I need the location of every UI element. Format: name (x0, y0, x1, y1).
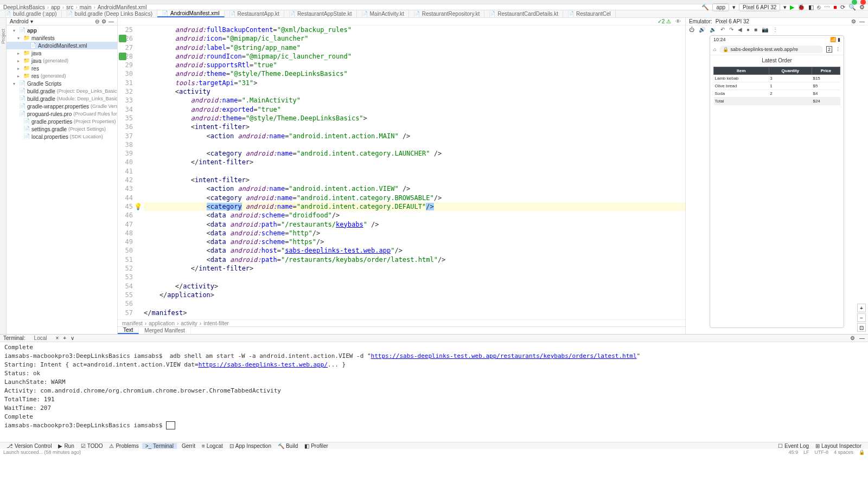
editor-tab[interactable]: 📄RestaurantAppState.kt (284, 10, 357, 17)
tree-item[interactable]: 📄gradle.properties (Project Properties) (7, 118, 117, 125)
tool-window-button[interactable]: ☐Event Log (775, 443, 812, 449)
breadcrumb-item[interactable]: DeepLinksBasics (3, 4, 45, 10)
emulator-screen[interactable]: 10:24 📶 ▮ ⌂ 🔒sabs-deeplinks-test.web.app… (710, 35, 844, 328)
reader-mode-icon[interactable]: 👁 (675, 18, 681, 24)
browser-home-icon[interactable]: ⌂ (713, 47, 716, 52)
more-icon[interactable]: ⋮ (773, 27, 778, 33)
hammer-icon[interactable]: 🔨 (701, 4, 709, 11)
hide-icon[interactable]: — (108, 18, 114, 24)
tool-window-button[interactable]: ≡Logcat (199, 443, 226, 449)
search-icon[interactable]: 🔍 (848, 4, 856, 11)
tree-item[interactable]: 📄settings.gradle (Project Settings) (7, 125, 117, 133)
settings-icon[interactable]: ⚙ (859, 4, 865, 11)
run-icon[interactable]: ▶ (790, 4, 794, 11)
tool-window-button[interactable]: ⚠Problems (106, 443, 142, 449)
collapse-icon[interactable]: ⊖ (95, 18, 99, 24)
editor-subtab[interactable]: Merged Manifest (139, 327, 190, 334)
device-select[interactable]: Pixel 6 API 32 (739, 3, 780, 11)
status-indicator[interactable]: UTF-8 (814, 450, 828, 455)
profiler-icon[interactable]: ◧ (808, 4, 814, 11)
rotate-left-icon[interactable]: ↶ (720, 27, 725, 33)
chevron-down-icon[interactable]: ∨ (71, 335, 74, 341)
breadcrumb-item[interactable]: main (80, 4, 92, 10)
tree-item[interactable]: 📄AndroidManifest.xml (7, 42, 117, 49)
emulator-device[interactable]: Pixel 6 API 32 (716, 18, 749, 24)
breadcrumb-item[interactable]: app (51, 4, 60, 10)
terminal-tab[interactable]: Local (30, 335, 52, 341)
chevron-down-icon[interactable]: ▾ (732, 4, 736, 11)
tree-item[interactable]: ▾📁manifests (7, 34, 117, 42)
editor-tab[interactable]: 📄RestaurantCel (563, 10, 616, 17)
tree-item[interactable]: ▾📄Gradle Scripts (7, 80, 117, 87)
volume-down-icon[interactable]: 🔉 (710, 27, 716, 33)
browser-url[interactable]: sabs-deeplinks-test.web.app/re (730, 47, 798, 52)
tool-window-button[interactable]: ◧Profiler (301, 443, 331, 449)
inspection-widget[interactable]: ✓2 ⚠ (658, 18, 671, 24)
status-indicator[interactable]: 45:9 (788, 450, 798, 455)
tool-window-button[interactable]: 🔨Build (275, 443, 301, 449)
status-indicator[interactable]: 4 spaces (834, 450, 853, 455)
tree-item[interactable]: ▸📁java (7, 49, 117, 57)
tree-item[interactable]: 📄gradle-wrapper.properties (Gradle Versi… (7, 102, 117, 110)
tree-item[interactable]: 📄build.gradle (Module: Deep_Links_Basics… (7, 95, 117, 102)
screenshot-icon[interactable]: 📷 (762, 27, 768, 33)
zoom-out-icon[interactable]: − (857, 313, 866, 322)
chevron-down-icon[interactable]: ▾ (30, 18, 33, 24)
tool-window-button[interactable]: >_Terminal (142, 443, 177, 449)
gear-icon[interactable]: ⚙ (851, 18, 856, 24)
menu-icon[interactable]: ⋮ (835, 47, 840, 52)
hide-icon[interactable]: — (859, 335, 865, 341)
chevron-down-icon[interactable]: ▾ (783, 4, 787, 11)
lock-icon[interactable]: 🔒 (859, 450, 865, 455)
home-icon[interactable]: ● (746, 27, 750, 33)
tool-window-button[interactable]: ⎇Version Control (3, 443, 55, 449)
gear-icon[interactable]: ⚙ (850, 335, 855, 341)
tree-item[interactable]: 📄local.properties (SDK Location) (7, 133, 117, 140)
editor-tab[interactable]: 📄build.gradle (Deep Links Basics) (62, 10, 157, 17)
add-icon[interactable]: + (63, 335, 66, 341)
tree-item[interactable]: ▸📁res (generated) (7, 72, 117, 80)
editor-tab[interactable]: 📄RestaurantRepository.kt (409, 10, 485, 17)
project-tool-label[interactable]: Project (1, 29, 6, 44)
zoom-in-icon[interactable]: + (857, 304, 866, 312)
tree-item[interactable]: ▾📄app (7, 27, 117, 34)
overview-icon[interactable]: ■ (754, 27, 757, 33)
hide-icon[interactable]: — (859, 18, 865, 24)
breadcrumb-item[interactable]: src (66, 4, 73, 10)
debug-icon[interactable]: 🐞 (797, 4, 805, 11)
back-icon[interactable]: ◀ (738, 27, 742, 33)
tree-item[interactable]: 📄build.gradle (Project: Deep_Links_Basic… (7, 87, 117, 95)
tool-window-button[interactable]: ☑TODO (78, 443, 106, 449)
code-area[interactable]: android:fullBackupContent="@xml/backup_r… (144, 25, 685, 319)
attach-icon[interactable]: ⎋ (817, 4, 821, 10)
gear-icon[interactable]: ⚙ (101, 18, 106, 24)
tab-count[interactable]: 2 (826, 46, 832, 53)
editor-tab[interactable]: 📄RestaurantApp.kt (225, 10, 284, 17)
terminal-output[interactable]: Completeiamsabs-macbookpro3:DeepLinksBas… (0, 342, 868, 442)
tool-window-button[interactable]: ▶Run (55, 443, 77, 449)
code-breadcrumb[interactable]: manifest›application›activity›intent-fil… (118, 319, 685, 326)
zoom-fit-icon[interactable]: ⊡ (857, 323, 866, 332)
stop-icon[interactable]: ■ (833, 4, 837, 10)
tool-window-button[interactable]: Gerrit (177, 443, 199, 449)
tree-item[interactable]: ▸📁java (generated) (7, 57, 117, 65)
editor-tab[interactable]: 📄AndroidManifest.xml (157, 10, 225, 17)
editor-tab[interactable]: 📄RestaurantCardDetails.kt (484, 10, 563, 17)
editor-tab[interactable]: 📄build.gradle (:app) (0, 10, 62, 17)
close-icon[interactable]: × (55, 335, 59, 341)
tool-window-stripe-left[interactable]: Project (0, 18, 7, 334)
status-indicator[interactable]: LF (803, 450, 809, 455)
sync-icon[interactable]: ⟳ (840, 4, 845, 11)
project-view-select[interactable]: Android (10, 18, 28, 24)
editor-subtab[interactable]: Text (118, 327, 139, 334)
tree-item[interactable]: ▸📁res (7, 65, 117, 72)
rotate-right-icon[interactable]: ↷ (729, 27, 733, 33)
breadcrumb-item[interactable]: AndroidManifest.xml (98, 4, 147, 10)
more-icon[interactable]: ⋯ (824, 4, 830, 11)
volume-up-icon[interactable]: 🔊 (699, 27, 705, 33)
tool-window-button[interactable]: ⊡App Inspection (226, 443, 275, 449)
tree-item[interactable]: 📄proguard-rules.pro (ProGuard Rules for … (7, 110, 117, 118)
editor-tab[interactable]: 📄MainActivity.kt (357, 10, 409, 17)
run-config[interactable]: app (712, 3, 729, 11)
power-icon[interactable]: ⏻ (689, 27, 694, 33)
